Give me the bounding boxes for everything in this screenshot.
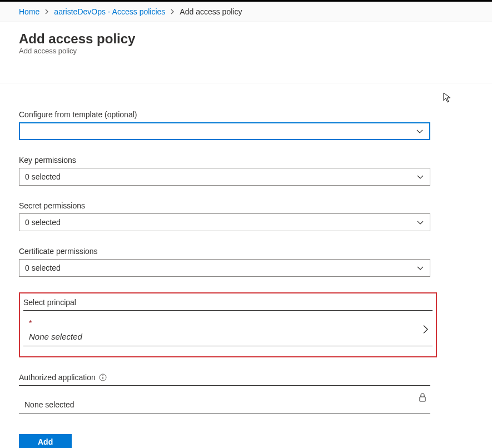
add-button[interactable]: Add (19, 434, 72, 448)
select-principal-highlight: Select principal * None selected (19, 292, 437, 357)
authorized-application-picker: None selected (19, 396, 430, 414)
certificate-permissions-value: 0 selected (25, 263, 61, 272)
svg-point-1 (102, 375, 103, 376)
certificate-permissions-dropdown[interactable]: 0 selected (19, 259, 430, 277)
select-principal-picker[interactable]: * None selected (23, 314, 433, 346)
breadcrumb-vault[interactable]: aaristeDevOps - Access policies (54, 7, 165, 16)
breadcrumb-current: Add access policy (180, 7, 242, 16)
breadcrumb-home[interactable]: Home (19, 7, 39, 16)
select-principal-label: Select principal (23, 298, 433, 311)
chevron-right-icon (170, 7, 175, 16)
authorized-application-value: None selected (24, 400, 74, 409)
template-dropdown[interactable] (19, 122, 430, 140)
required-indicator: * (29, 318, 433, 327)
chevron-down-icon (416, 173, 424, 181)
key-permissions-label: Key permissions (19, 156, 431, 165)
secret-permissions-value: 0 selected (25, 218, 61, 227)
page-title: Add access policy (19, 31, 473, 47)
chevron-down-icon (416, 218, 424, 226)
select-principal-value: None selected (29, 332, 82, 341)
key-permissions-value: 0 selected (25, 172, 61, 181)
chevron-down-icon (416, 264, 424, 272)
cursor-icon (443, 92, 452, 105)
certificate-permissions-label: Certificate permissions (19, 247, 431, 256)
lock-icon (418, 392, 427, 404)
svg-rect-2 (102, 377, 103, 379)
chevron-down-icon (416, 127, 424, 135)
secret-permissions-dropdown[interactable]: 0 selected (19, 213, 430, 231)
svg-rect-3 (420, 397, 425, 401)
chevron-right-icon (44, 7, 49, 16)
page-subtitle: Add access policy (19, 47, 473, 55)
chevron-right-icon (421, 324, 429, 336)
key-permissions-dropdown[interactable]: 0 selected (19, 168, 430, 186)
secret-permissions-label: Secret permissions (19, 201, 431, 210)
breadcrumb: Home aaristeDevOps - Access policies Add… (0, 2, 492, 22)
info-icon[interactable] (99, 374, 107, 381)
authorized-application-label: Authorized application (19, 373, 430, 386)
template-label: Configure from template (optional) (19, 110, 431, 119)
